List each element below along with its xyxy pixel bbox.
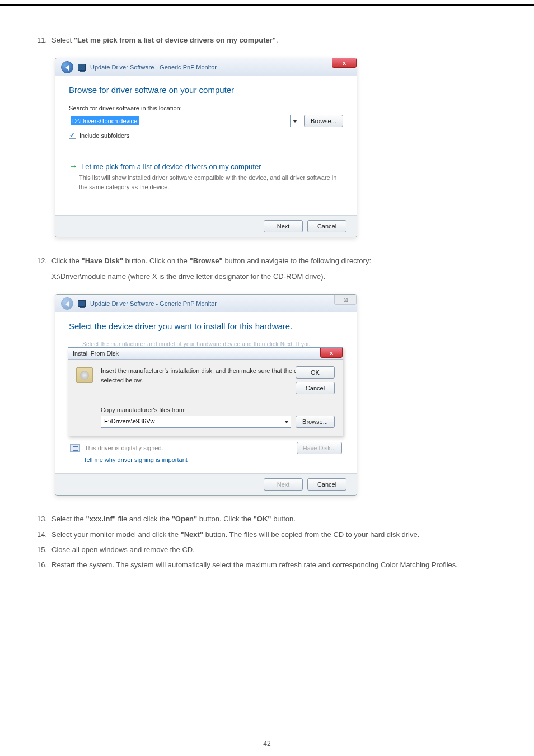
signing-info-link[interactable]: Tell me why driver signing is important bbox=[83, 456, 343, 463]
subdialog-title: Install From Disk bbox=[73, 350, 119, 357]
step12-subline: X:\Driver\module name (where X is the dr… bbox=[51, 270, 495, 283]
checkbox-icon bbox=[69, 132, 76, 139]
manufacturer-path-combobox[interactable]: F:\Drivers\e936Vw bbox=[101, 416, 291, 428]
driver-browse-window: Update Driver Software - Generic PnP Mon… bbox=[55, 58, 357, 237]
next-button-disabled: Next bbox=[264, 478, 303, 491]
chevron-down-icon[interactable] bbox=[290, 115, 299, 127]
window-title-2: Update Driver Software - Generic PnP Mon… bbox=[90, 300, 217, 307]
window-body-2: Select the device driver you want to ins… bbox=[55, 312, 357, 473]
manufacturer-path-value: F:\Drivers\e936Vw bbox=[104, 418, 154, 424]
pick-link-description: This list will show installed driver sof… bbox=[79, 173, 343, 192]
pick-from-list-link[interactable]: →Let me pick from a list of device drive… bbox=[69, 161, 343, 192]
have-disk-button[interactable]: Have Disk... bbox=[297, 442, 342, 454]
subdialog-close-button[interactable]: x bbox=[320, 348, 343, 358]
arrow-icon: → bbox=[69, 161, 78, 171]
window-body: Browse for driver software on your compu… bbox=[55, 76, 357, 215]
certificate-icon bbox=[70, 444, 80, 452]
search-label: Search for driver software in this locat… bbox=[69, 105, 343, 111]
step-13: Select the "xxx.inf" file and click the … bbox=[51, 512, 495, 525]
pick-link-heading: Let me pick from a list of device driver… bbox=[81, 162, 261, 171]
signed-driver-row: This driver is digitally signed. Have Di… bbox=[69, 442, 343, 454]
browse-button[interactable]: Browse... bbox=[304, 115, 343, 127]
monitor-icon bbox=[78, 64, 86, 71]
install-from-disk-window: Update Driver Software - Generic PnP Mon… bbox=[55, 294, 357, 496]
include-subfolders-checkbox[interactable]: Include subfolders bbox=[69, 132, 343, 139]
step-15: Close all open windows and remove the CD… bbox=[51, 543, 495, 556]
step-16: Restart the system. The system will auto… bbox=[51, 558, 495, 571]
titlebar-2: Update Driver Software - Generic PnP Mon… bbox=[55, 295, 357, 312]
step-14: Select your monitor model and click the … bbox=[51, 528, 495, 541]
driver-path-combobox[interactable]: D:\Drivers\Touch device bbox=[69, 115, 299, 127]
instruction-list-12: Click the "Have Disk" button. Click on t… bbox=[39, 254, 495, 283]
close-button[interactable]: x bbox=[332, 58, 357, 68]
step-11: Select "Let me pick from a list of devic… bbox=[51, 34, 495, 46]
instruction-list-13-16: Select the "xxx.inf" file and click the … bbox=[39, 512, 495, 572]
disk-icon bbox=[76, 367, 93, 383]
select-device-heading: Select the device driver you want to ins… bbox=[69, 321, 343, 331]
chevron-down-icon[interactable] bbox=[282, 416, 291, 427]
browse-button-sub[interactable]: Browse... bbox=[296, 416, 335, 428]
step11-suffix: . bbox=[276, 36, 278, 44]
back-button[interactable] bbox=[61, 61, 73, 73]
back-button-disabled bbox=[61, 297, 73, 310]
monitor-icon bbox=[78, 300, 86, 307]
cancel-button-sub[interactable]: Cancel bbox=[296, 382, 335, 394]
include-subfolders-label: Include subfolders bbox=[79, 132, 129, 139]
cancel-button-2[interactable]: Cancel bbox=[307, 478, 346, 491]
page-number: 42 bbox=[39, 740, 495, 748]
window-footer: Next Cancel bbox=[55, 215, 357, 237]
copy-files-label: Copy manufacturer's files from: bbox=[101, 407, 335, 413]
step11-prefix: Select bbox=[51, 36, 74, 44]
step-12: Click the "Have Disk" button. Click on t… bbox=[51, 254, 495, 283]
titlebar: Update Driver Software - Generic PnP Mon… bbox=[55, 58, 357, 76]
driver-path-value: D:\Drivers\Touch device bbox=[71, 116, 139, 125]
window-title: Update Driver Software - Generic PnP Mon… bbox=[90, 64, 217, 71]
instruction-list-11: Select "Let me pick from a list of devic… bbox=[39, 34, 495, 46]
blurred-background-text: Select the manufacturer and model of you… bbox=[82, 341, 343, 347]
install-from-disk-dialog: Install From Disk x Insert the manufactu… bbox=[68, 347, 343, 436]
close-button-2[interactable]: ⊠ bbox=[334, 295, 357, 305]
step11-option: "Let me pick from a list of device drive… bbox=[74, 36, 276, 44]
next-button[interactable]: Next bbox=[264, 220, 303, 232]
cancel-button[interactable]: Cancel bbox=[307, 220, 346, 232]
signed-text: This driver is digitally signed. bbox=[85, 445, 163, 451]
ok-button[interactable]: OK bbox=[296, 366, 335, 379]
browse-heading: Browse for driver software on your compu… bbox=[69, 85, 343, 95]
window-footer-2: Next Cancel bbox=[55, 473, 357, 495]
subdialog-titlebar: Install From Disk x bbox=[68, 348, 343, 360]
